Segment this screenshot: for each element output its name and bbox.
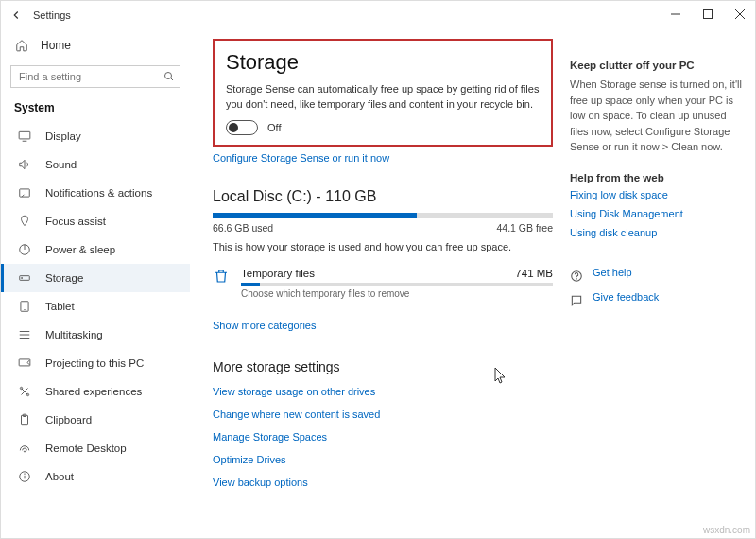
feedback-icon bbox=[570, 294, 583, 307]
help-web-heading: Help from the web bbox=[570, 172, 742, 183]
multitask-icon bbox=[17, 328, 32, 341]
give-feedback-link[interactable]: Give feedback bbox=[593, 291, 659, 303]
svg-point-13 bbox=[22, 277, 23, 278]
sidebar-item-notifications[interactable]: Notifications & actions bbox=[1, 179, 190, 207]
svg-rect-19 bbox=[19, 359, 30, 366]
get-help-link[interactable]: Get help bbox=[593, 267, 632, 278]
keep-clutter-body: When Storage sense is turned on, it'll f… bbox=[570, 77, 742, 155]
clipboard-icon bbox=[17, 413, 32, 426]
svg-point-24 bbox=[24, 451, 25, 452]
storage-sense-toggle[interactable] bbox=[226, 120, 258, 135]
sidebar-item-label: Focus assist bbox=[45, 216, 106, 227]
display-icon bbox=[17, 130, 32, 143]
sidebar-item-label: Multitasking bbox=[45, 329, 103, 340]
shared-icon bbox=[17, 385, 32, 398]
sidebar-item-storage[interactable]: Storage bbox=[1, 264, 190, 292]
sidebar-item-label: Shared experiences bbox=[45, 386, 142, 397]
tablet-icon bbox=[17, 300, 32, 313]
notifications-icon bbox=[17, 186, 32, 200]
sidebar-item-shared[interactable]: Shared experiences bbox=[1, 377, 190, 406]
more-link-other-drives[interactable]: View storage usage on other drives bbox=[213, 386, 553, 397]
titlebar: Settings bbox=[1, 1, 755, 29]
sidebar-item-remote[interactable]: Remote Desktop bbox=[1, 434, 190, 462]
temp-files-label: Temporary files bbox=[241, 268, 315, 279]
sidebar-item-focus[interactable]: Focus assist bbox=[1, 207, 190, 235]
cursor-icon bbox=[494, 367, 507, 384]
sidebar-item-label: About bbox=[45, 471, 74, 482]
sidebar: Home System Display Sound Notifications … bbox=[1, 29, 190, 538]
configure-storage-sense-link[interactable]: Configure Storage Sense or run it now bbox=[213, 152, 389, 164]
sidebar-item-label: Clipboard bbox=[45, 414, 92, 426]
sidebar-item-label: Power & sleep bbox=[45, 244, 115, 255]
svg-line-5 bbox=[171, 78, 174, 81]
about-icon bbox=[17, 470, 32, 483]
svg-point-29 bbox=[576, 278, 577, 279]
watermark: wsxdn.com bbox=[703, 525, 750, 535]
storage-icon bbox=[17, 271, 32, 285]
sidebar-item-about[interactable]: About bbox=[1, 462, 190, 491]
back-icon[interactable] bbox=[7, 9, 26, 22]
toggle-state-label: Off bbox=[267, 122, 281, 133]
sidebar-item-label: Sound bbox=[45, 159, 77, 170]
disk-heading: Local Disc (C:) - 110 GB bbox=[213, 188, 553, 205]
window-title: Settings bbox=[33, 9, 71, 21]
more-link-new-content[interactable]: Change where new content is saved bbox=[213, 409, 553, 420]
keep-clutter-heading: Keep clutter off your PC bbox=[570, 60, 742, 71]
search-icon[interactable] bbox=[163, 71, 175, 82]
page-title: Storage bbox=[226, 50, 540, 75]
sidebar-item-display[interactable]: Display bbox=[1, 122, 190, 150]
storage-sense-box: Storage Storage Sense can automatically … bbox=[213, 39, 553, 147]
focus-icon bbox=[17, 215, 32, 228]
show-more-categories-link[interactable]: Show more categories bbox=[213, 320, 316, 331]
temp-files-size: 741 MB bbox=[515, 268, 553, 279]
sound-icon bbox=[17, 158, 32, 171]
temp-files-bar bbox=[241, 283, 553, 286]
sidebar-item-projecting[interactable]: Projecting to this PC bbox=[1, 349, 190, 377]
help-icon bbox=[570, 270, 583, 283]
remote-icon bbox=[17, 442, 32, 455]
search-input[interactable] bbox=[10, 65, 180, 88]
minimize-button[interactable] bbox=[660, 0, 692, 28]
sidebar-item-label: Tablet bbox=[45, 301, 75, 312]
svg-point-4 bbox=[165, 73, 172, 79]
help-link-disk-cleanup[interactable]: Using disk cleanup bbox=[570, 227, 742, 238]
sidebar-item-tablet[interactable]: Tablet bbox=[1, 292, 190, 321]
sidebar-item-label: Display bbox=[45, 130, 81, 142]
close-button[interactable] bbox=[724, 0, 756, 28]
sidebar-item-multitasking[interactable]: Multitasking bbox=[1, 321, 190, 349]
help-link-disk-mgmt[interactable]: Using Disk Management bbox=[570, 208, 742, 219]
more-link-storage-spaces[interactable]: Manage Storage Spaces bbox=[213, 431, 553, 443]
search-box bbox=[10, 65, 180, 88]
more-link-backup[interactable]: View backup options bbox=[213, 477, 553, 488]
svg-rect-6 bbox=[19, 131, 30, 139]
svg-marker-8 bbox=[20, 160, 25, 168]
temp-files-sub: Choose which temporary files to remove bbox=[241, 288, 553, 299]
trash-icon bbox=[213, 268, 230, 285]
sidebar-item-label: Storage bbox=[45, 272, 83, 284]
temporary-files-row[interactable]: Temporary files 741 MB Choose which temp… bbox=[213, 264, 553, 304]
sidebar-item-label: Remote Desktop bbox=[45, 443, 127, 454]
sidebar-item-power[interactable]: Power & sleep bbox=[1, 235, 190, 264]
sidebar-item-sound[interactable]: Sound bbox=[1, 150, 190, 179]
svg-rect-1 bbox=[704, 10, 713, 19]
power-icon bbox=[17, 243, 32, 256]
svg-rect-9 bbox=[20, 189, 30, 197]
help-link-low-disk[interactable]: Fixing low disk space bbox=[570, 189, 742, 200]
svg-point-27 bbox=[25, 474, 26, 475]
home-label: Home bbox=[41, 39, 71, 52]
more-link-optimize-drives[interactable]: Optimize Drives bbox=[213, 454, 553, 465]
maximize-button[interactable] bbox=[692, 0, 724, 28]
sidebar-item-clipboard[interactable]: Clipboard bbox=[1, 406, 190, 434]
sidebar-item-home[interactable]: Home bbox=[1, 33, 190, 58]
storage-sense-description: Storage Sense can automatically free up … bbox=[226, 82, 540, 113]
disk-free-label: 44.1 GB free bbox=[496, 222, 553, 234]
category-label: System bbox=[1, 97, 190, 122]
disk-used-label: 66.6 GB used bbox=[213, 222, 273, 234]
projecting-icon bbox=[17, 356, 32, 370]
home-icon bbox=[14, 39, 29, 52]
sidebar-item-label: Notifications & actions bbox=[45, 187, 152, 199]
disk-usage-bar bbox=[213, 213, 553, 218]
usage-hint: This is how your storage is used and how… bbox=[213, 241, 553, 252]
sidebar-item-label: Projecting to this PC bbox=[45, 357, 144, 369]
